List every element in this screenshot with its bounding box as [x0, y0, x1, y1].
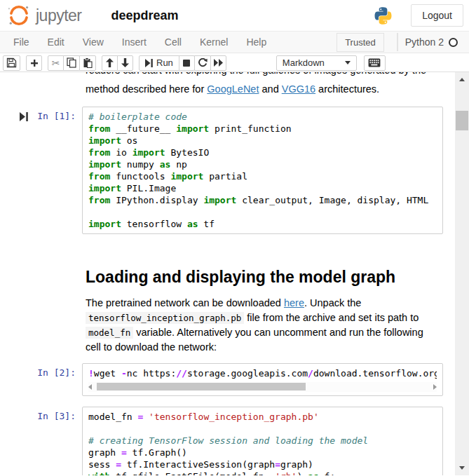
run-button-label: Run — [156, 57, 173, 68]
code-line — [88, 423, 437, 435]
insert-cell-below-button[interactable] — [26, 55, 42, 71]
kernel-idle-indicator-icon — [449, 38, 458, 47]
link-here[interactable]: here — [284, 297, 304, 308]
notebook-toolbar: ✂ — [0, 53, 469, 72]
scroll-down-arrow-icon[interactable] — [455, 462, 469, 473]
cut-cell-button[interactable]: ✂ — [48, 55, 64, 71]
vertical-scrollbar-thumb[interactable] — [456, 111, 468, 130]
menu-view[interactable]: View — [74, 32, 113, 53]
link-vgg16[interactable]: VGG16 — [282, 83, 315, 95]
code-line: # creating TensorFlow session and loadin… — [88, 435, 437, 447]
code-line: import PIL.Image — [88, 182, 437, 194]
jupyter-planet-icon — [7, 4, 31, 27]
text-run: and — [259, 83, 281, 95]
notebook-title[interactable]: deepdream — [111, 8, 179, 23]
plus-icon — [30, 59, 39, 67]
link-googlenet[interactable]: GoogLeNet — [207, 83, 259, 95]
notebook-scroll-area: readers can start with exploring the ful… — [0, 72, 455, 475]
cell-type-dropdown[interactable]: Markdown — [276, 55, 357, 71]
jupyter-logo-text: jupyter — [36, 6, 82, 25]
code-cell-2: In [2]: !wget -nc https://storage.google… — [0, 363, 455, 396]
code-line: from __future__ import print_function — [88, 123, 437, 135]
inline-code: tensorflow_inception_graph.pb — [86, 312, 244, 324]
move-cell-down-button[interactable] — [117, 55, 133, 71]
code-cell-1: In [1]: # boilerplate codefrom __future_… — [0, 107, 455, 234]
paste-cell-button[interactable] — [79, 55, 96, 71]
inline-code: model_fn — [86, 327, 133, 339]
copy-cell-button[interactable] — [63, 55, 80, 71]
arrow-up-icon — [106, 58, 114, 67]
app-header: jupyter deepdream Logout — [0, 0, 469, 31]
menu-cell[interactable]: Cell — [156, 32, 191, 53]
vertical-scrollbar[interactable] — [455, 72, 469, 475]
menu-help[interactable]: Help — [237, 32, 276, 53]
stop-icon — [183, 60, 190, 67]
arrow-down-icon — [121, 58, 129, 67]
command-palette-button[interactable] — [364, 55, 386, 71]
interrupt-kernel-button[interactable] — [179, 55, 195, 71]
menubar: File Edit View Insert Cell Kernel Help T… — [0, 31, 469, 53]
jupyter-logo[interactable]: jupyter — [7, 4, 82, 27]
text-run: file from the archive and set its path t… — [244, 312, 419, 323]
code-line — [88, 206, 437, 218]
text-run: . Unpack the — [304, 297, 361, 308]
scroll-up-arrow-icon[interactable] — [455, 74, 469, 85]
input-prompt: In [1]: — [0, 107, 82, 234]
step-forward-marker-icon — [20, 112, 28, 121]
code-line: model_fn = 'tensorflow_inception_graph.p… — [88, 411, 437, 423]
text-run: The pretrained network can be downloaded — [86, 297, 284, 308]
trusted-badge[interactable]: Trusted — [337, 33, 384, 52]
scroll-right-arrow-icon[interactable] — [428, 382, 437, 392]
copy-icon — [67, 57, 76, 68]
horizontal-scrollbar[interactable] — [88, 382, 437, 392]
run-button[interactable]: Run — [139, 55, 179, 71]
restart-run-all-icon-button[interactable] — [210, 55, 226, 71]
clipped-markdown-line: readers can start with exploring the ful… — [86, 72, 426, 78]
code-cell-3: In [3]: model_fn = 'tensorflow_inception… — [0, 407, 455, 475]
menu-kernel[interactable]: Kernel — [191, 32, 237, 53]
code-line: # boilerplate code — [88, 111, 437, 123]
menu-file[interactable]: File — [4, 32, 39, 53]
kernel-divider — [397, 33, 398, 51]
horizontal-scrollbar-thumb[interactable] — [97, 383, 306, 390]
input-prompt: In [2]: — [0, 363, 82, 396]
refresh-icon — [198, 58, 208, 68]
caret-down-icon — [345, 61, 351, 64]
move-cell-up-button[interactable] — [102, 55, 118, 71]
code-editor[interactable]: !wget -nc https://storage.googleapis.com… — [82, 363, 443, 396]
clipboard-icon — [83, 57, 93, 68]
code-line: from IPython.display import clear_output… — [88, 194, 437, 206]
input-prompt: In [3]: — [0, 407, 82, 475]
code-editor[interactable]: model_fn = 'tensorflow_inception_graph.p… — [82, 407, 443, 475]
restart-kernel-button[interactable] — [194, 55, 211, 71]
logout-button[interactable]: Logout — [411, 4, 463, 27]
section-heading: Loading and displaying the model graph — [86, 268, 434, 287]
kernel-name: Python 2 — [405, 36, 444, 48]
python-logo-icon — [374, 6, 393, 25]
scroll-left-arrow-icon[interactable] — [88, 382, 97, 392]
text-run: variable. Alternatively you can uncommen… — [86, 327, 423, 353]
text-run: method described here for — [86, 83, 207, 95]
code-line: import os — [88, 135, 437, 147]
code-line: import tensorflow as tf — [88, 218, 437, 230]
code-line: with tf.gfile.FastGFile(model_fn, 'rb') … — [88, 470, 437, 475]
intro-paragraph: method described here for GoogLeNet and … — [86, 82, 434, 97]
menu-insert[interactable]: Insert — [113, 32, 156, 53]
code-editor[interactable]: # boilerplate codefrom __future__ import… — [82, 107, 443, 234]
keyboard-icon — [368, 58, 381, 67]
save-button[interactable] — [3, 55, 20, 71]
scissors-icon: ✂ — [52, 57, 60, 69]
menu-edit[interactable]: Edit — [39, 32, 74, 53]
code-line: from io import BytesIO — [88, 147, 437, 158]
code-line: import numpy as np — [88, 158, 437, 170]
code-line: sess = tf.InteractiveSession(graph=graph… — [88, 458, 437, 470]
text-run: architectures. — [315, 83, 379, 95]
code-line: from functools import partial — [88, 170, 437, 182]
markdown-paragraph: The pretrained network can be downloaded… — [86, 296, 434, 355]
cell-type-value: Markdown — [283, 57, 325, 68]
code-line: !wget -nc https://storage.googleapis.com… — [88, 367, 437, 379]
fast-forward-icon — [214, 59, 223, 67]
floppy-disk-icon — [6, 57, 17, 68]
code-line: graph = tf.Graph() — [88, 447, 437, 458]
notebook-container: readers can start with exploring the ful… — [0, 72, 469, 475]
